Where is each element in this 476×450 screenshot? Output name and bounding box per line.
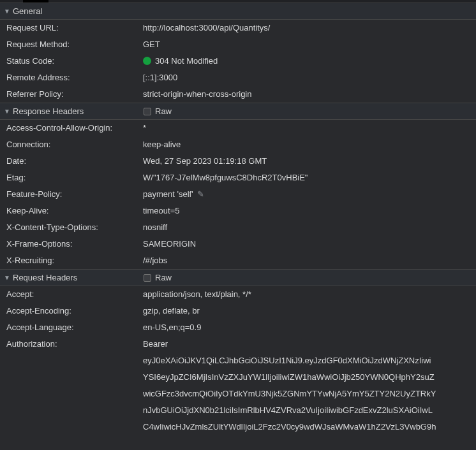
header-row: Accept-Encoding:gzip, deflate, br [0,303,476,319]
header-label-empty [6,356,143,366]
header-value: gzip, deflate, br [143,306,200,316]
header-row: X-Recruiting:/#/jobs [0,252,476,269]
header-value: en-US,en;q=0.9 [143,323,201,333]
header-value: timeout=5 [143,206,179,216]
header-value: SAMEORIGIN [143,239,196,249]
status-dot-icon [143,57,151,65]
header-row: X-Content-Type-Options:nosniff [0,219,476,236]
header-label: Keep-Alive: [6,206,143,216]
raw-label: Raw [155,106,172,116]
header-value: application/json, text/plain, */* [143,289,251,300]
header-label: X-Content-Type-Options: [6,222,143,233]
header-label: Accept-Language: [6,323,143,333]
header-value-text: eyJ0eXAiOiJKV1QiLCJhbGciOiJSUzI1NiJ9.eyJ… [143,356,431,366]
disclosure-triangle-icon: ▼ [4,274,10,281]
header-value-text: application/json, text/plain, */* [143,289,251,299]
header-label: Accept-Encoding: [6,306,143,316]
header-label: Referrer Policy: [6,89,143,99]
header-row-continuation: YSI6eyJpZCI6MjIsInVzZXJuYW1lIjoiliwiZW1h… [0,369,476,386]
section-title-response-headers: Response Headers [13,106,84,116]
raw-label: Raw [155,273,172,282]
header-value: nosniff [143,222,167,233]
header-value: /#/jobs [143,256,167,266]
header-label: Access-Control-Allow-Origin: [6,123,143,133]
header-value-text: http://localhost:3000/api/Quantitys/ [143,23,270,33]
header-value-text: strict-origin-when-cross-origin [143,89,252,99]
header-value: payment 'self'✎ [143,189,204,200]
header-label: Status Code: [6,56,143,66]
header-value: GET [143,40,160,50]
header-value-text: nosniff [143,222,167,232]
header-row: Date:Wed, 27 Sep 2023 01:19:18 GMT [0,153,476,170]
disclosure-triangle-icon: ▼ [4,8,10,15]
disclosure-triangle-icon: ▼ [4,108,10,115]
header-value-text: nJvbGUiOiJjdXN0b21lciIsImRlbHV4ZVRva2VuI… [143,405,433,416]
header-label: Accept: [6,289,143,300]
header-value-text: timeout=5 [143,206,179,215]
header-row: Accept-Language:en-US,en;q=0.9 [0,319,476,336]
header-label: Feature-Policy: [6,189,143,200]
header-value: * [143,123,146,133]
header-value-text: C4wIiwicHJvZmlsZUltYWdlIjoiL2Fzc2V0cy9wd… [143,422,436,432]
header-value: Bearer [143,339,168,349]
header-value-text: wicGFzc3dvcmQiOiIyOTdkYmU3Njk5ZGNmYTYwNj… [143,389,436,399]
request-headers-rows: Accept:application/json, text/plain, */*… [0,286,476,435]
section-title-request-headers: Request Headers [13,273,77,282]
edit-icon[interactable]: ✎ [197,189,204,200]
header-label: Connection: [6,140,143,150]
header-value-text: gzip, deflate, br [143,306,200,316]
response-headers-rows: Access-Control-Allow-Origin:*Connection:… [0,120,476,269]
header-value: [::1]:3000 [143,73,177,83]
section-title-general: General [13,6,42,16]
header-value-text: YSI6eyJpZCI6MjIsInVzZXJuYW1lIjoiliwiZW1h… [143,372,435,382]
header-value-text: GET [143,40,160,49]
header-row: Status Code:304 Not Modified [0,53,476,69]
header-row: Remote Address:[::1]:3000 [0,69,476,86]
header-value-text: en-US,en;q=0.9 [143,323,201,332]
header-value-text: keep-alive [143,140,181,149]
header-row: Request URL:http://localhost:3000/api/Qu… [0,20,476,36]
header-value-text: Bearer [143,339,168,349]
header-row: Access-Control-Allow-Origin:* [0,120,476,136]
header-label: X-Recruiting: [6,256,143,266]
header-label: Etag: [6,173,143,183]
header-row: Feature-Policy:payment 'self'✎ [0,186,476,203]
header-label: Date: [6,156,143,166]
header-value: http://localhost:3000/api/Quantitys/ [143,23,270,33]
header-label-empty [6,422,143,432]
header-row: Authorization:Bearer [0,336,476,352]
section-header-general[interactable]: ▼ General [0,3,476,20]
header-value-text: * [143,123,146,133]
header-row: Connection:keep-alive [0,136,476,153]
section-header-response-headers[interactable]: ▼ Response Headers Raw [0,103,476,120]
header-value-text: W/"1767-J7elMw8pfguwsC8DhcR2T0vHBiE" [143,173,308,182]
header-label-empty [6,405,143,416]
header-value-text: /#/jobs [143,256,167,265]
header-row: X-Frame-Options:SAMEORIGIN [0,236,476,252]
header-label: Authorization: [6,339,143,349]
header-row: Referrer Policy:strict-origin-when-cross… [0,86,476,103]
header-value-text: payment 'self' [143,189,193,199]
general-rows: Request URL:http://localhost:3000/api/Qu… [0,20,476,103]
header-label-empty [6,372,143,382]
header-row: Keep-Alive:timeout=5 [0,203,476,219]
header-row: Request Method:GET [0,36,476,53]
section-header-request-headers[interactable]: ▼ Request Headers Raw [0,269,476,286]
header-value: keep-alive [143,140,181,150]
header-label: Remote Address: [6,73,143,83]
header-label: Request URL: [6,23,143,33]
header-row: Etag:W/"1767-J7elMw8pfguwsC8DhcR2T0vHBiE… [0,170,476,186]
header-label: X-Frame-Options: [6,239,143,249]
raw-checkbox-request[interactable] [144,274,151,282]
header-row: Accept:application/json, text/plain, */* [0,286,476,303]
header-value: 304 Not Modified [143,56,218,66]
header-row-continuation: C4wIiwicHJvZmlsZUltYWdlIjoiL2Fzc2V0cy9wd… [0,419,476,435]
header-value-text: 304 Not Modified [155,56,218,66]
header-row-continuation: nJvbGUiOiJjdXN0b21lciIsImRlbHV4ZVRva2VuI… [0,402,476,419]
raw-checkbox-response[interactable] [144,108,151,115]
header-value: W/"1767-J7elMw8pfguwsC8DhcR2T0vHBiE" [143,173,308,183]
header-row-continuation: eyJ0eXAiOiJKV1QiLCJhbGciOiJSUzI1NiJ9.eyJ… [0,352,476,369]
header-row-continuation: wicGFzc3dvcmQiOiIyOTdkYmU3Njk5ZGNmYTYwNj… [0,386,476,402]
header-value: strict-origin-when-cross-origin [143,89,252,99]
header-label-empty [6,389,143,399]
